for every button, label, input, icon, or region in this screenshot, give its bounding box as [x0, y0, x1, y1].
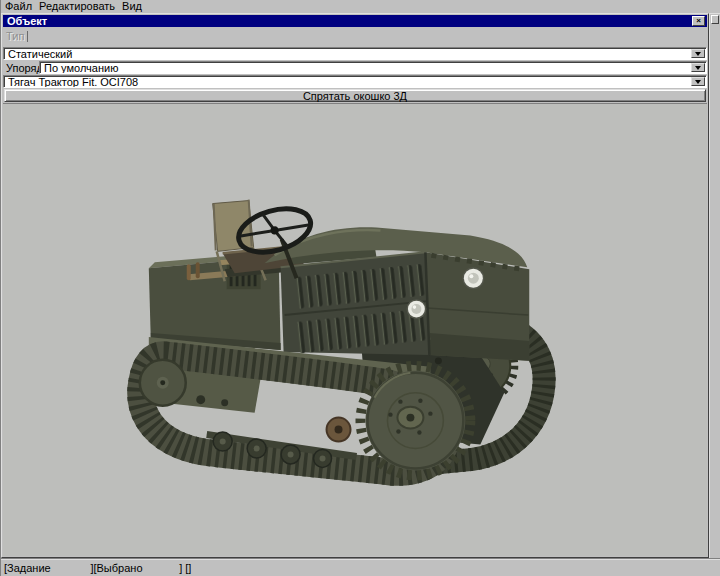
side-splitter [709, 13, 720, 558]
close-icon: × [696, 16, 701, 25]
type-combobox-value: Статический [8, 48, 72, 60]
headlight-far [462, 267, 484, 289]
rear-idler-wheel [140, 360, 186, 406]
object-window-titlebar[interactable]: Объект × [3, 15, 707, 27]
dropdown-arrow-button[interactable] [691, 77, 705, 86]
headlight-near [406, 299, 426, 319]
status-text: [Задание ][Выбрано ] [] [4, 562, 191, 574]
menu-item-view[interactable]: Вид [122, 1, 142, 13]
dropdown-arrow-button[interactable] [691, 49, 705, 58]
type-combobox[interactable]: Статический [3, 47, 707, 60]
window-title: Объект [7, 15, 47, 27]
tab-type: Тип [6, 31, 28, 42]
tractor-3d-model [3, 104, 707, 556]
hide-3d-window-button[interactable]: Спрятать окошко 3Д [4, 89, 706, 102]
object-window: Объект × Тип Статический Упоряд: По умол… [1, 13, 709, 558]
splitter-button[interactable] [711, 15, 719, 24]
menu-item-file[interactable]: Файл [5, 1, 32, 13]
tractor-body [149, 200, 529, 365]
object-combobox[interactable]: Тягач Трактор Fit. OCI708 [3, 75, 707, 88]
menu-item-edit[interactable]: Редактировать [39, 1, 115, 13]
order-combobox-value: По умолчанию [44, 62, 118, 74]
status-bar: [Задание ][Выбрано ] [] [1, 558, 720, 576]
app-window: Файл Редактировать Вид Объект × Тип Стат… [0, 0, 720, 576]
menu-bar: Файл Редактировать Вид [1, 0, 720, 13]
chevron-down-icon [695, 66, 701, 73]
close-button[interactable]: × [692, 16, 705, 26]
chevron-down-icon [695, 52, 701, 59]
seat-backrest [213, 201, 254, 252]
order-combobox[interactable]: По умолчанию [39, 61, 707, 74]
dropdown-arrow-button[interactable] [691, 63, 705, 72]
chevron-down-icon [695, 80, 701, 87]
object-combobox-value: Тягач Трактор Fit. OCI708 [8, 76, 138, 88]
3d-viewport[interactable] [3, 103, 707, 556]
